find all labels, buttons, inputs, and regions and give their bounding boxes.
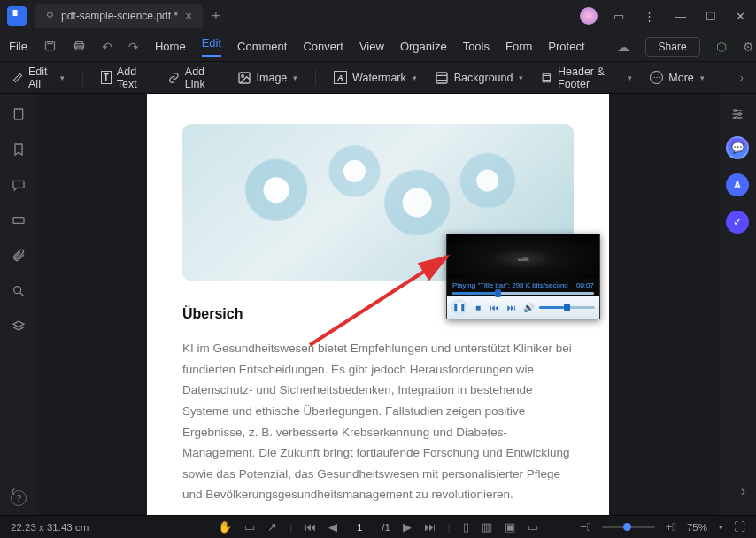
toolbar-extra-2-icon[interactable]: ⚙ (743, 40, 754, 54)
watermark-tool[interactable]: A Watermark▾ (334, 71, 417, 84)
media-volume-icon[interactable]: 🔊 (522, 301, 535, 313)
add-text-label: Add Text (117, 65, 150, 90)
page-number-input[interactable] (350, 522, 369, 533)
media-play-pause-button[interactable]: ❚❚ (451, 299, 467, 315)
comments-icon[interactable] (11, 177, 27, 193)
translate-icon[interactable]: A (726, 173, 749, 196)
select-tool-icon[interactable]: ▭ (244, 520, 255, 534)
last-page-icon[interactable]: ⏭ (424, 520, 436, 534)
image-tool[interactable]: Image▾ (237, 71, 298, 85)
maximize-button[interactable]: ☐ (702, 6, 720, 27)
menu-convert[interactable]: Convert (303, 40, 343, 53)
single-page-view-icon[interactable]: ▯ (463, 520, 469, 534)
media-status-bar: Playing "Title bar": 298 K bits/second 0… (447, 279, 599, 292)
background-tool[interactable]: Background▾ (435, 71, 524, 85)
cloud-icon[interactable]: ☁ (617, 40, 629, 54)
menu-bar: File ↶ ↷ Home Edit Comment Convert View … (0, 32, 756, 62)
embedded-media-player[interactable]: ▂▃ Playing "Title bar": 298 K bits/secon… (446, 234, 600, 319)
status-dimensions: 22.23 x 31.43 cm (11, 522, 89, 533)
attachments-icon[interactable] (11, 248, 27, 264)
image-label: Image (257, 72, 288, 84)
two-page-view-icon[interactable]: ▣ (505, 520, 515, 534)
save-icon[interactable] (43, 39, 57, 55)
left-sidebar (0, 94, 37, 515)
user-avatar[interactable] (580, 7, 598, 25)
menu-organize[interactable]: Organize (400, 40, 447, 53)
menu-tools[interactable]: Tools (463, 40, 490, 53)
svg-rect-8 (13, 218, 24, 224)
menu-file[interactable]: File (9, 40, 27, 53)
hand-tool-icon[interactable]: ✋ (218, 520, 232, 534)
media-video-area: ▂▃ (447, 234, 599, 279)
new-tab-button[interactable]: + (212, 8, 220, 24)
chat-icon[interactable]: ▭ (610, 6, 628, 27)
more-tool[interactable]: ⋯ More▾ (650, 71, 704, 84)
add-link-tool[interactable]: Add Link (168, 65, 219, 90)
pointer-tool-icon[interactable]: ↗ (267, 520, 277, 534)
menu-view[interactable]: View (359, 40, 384, 53)
first-page-icon[interactable]: ⏮ (305, 520, 316, 534)
zoom-value: 75% (687, 522, 707, 533)
window-titlebar: ▘ ⚲ pdf-sample-science.pdf * × + ▭ ⋮ — ☐… (0, 0, 756, 32)
media-controls: ❚❚ ■ ⏮ ⏭ 🔊 (447, 296, 599, 319)
assistant-check-icon[interactable]: ✓ (726, 211, 749, 234)
menu-form[interactable]: Form (505, 40, 532, 53)
next-page-button[interactable]: › (741, 483, 745, 499)
add-text-tool[interactable]: T Add Text (101, 65, 150, 90)
media-stop-button[interactable]: ■ (472, 301, 484, 313)
pin-icon: ⚲ (46, 10, 54, 22)
svg-point-12 (735, 117, 737, 119)
fields-icon[interactable] (11, 212, 27, 228)
media-prev-button[interactable]: ⏮ (489, 301, 501, 313)
bookmarks-icon[interactable] (11, 142, 27, 158)
svg-rect-0 (45, 41, 54, 50)
svg-rect-7 (14, 109, 22, 119)
zoom-in-icon[interactable]: +⃝ (666, 520, 676, 534)
search-icon[interactable] (11, 283, 27, 299)
app-logo-icon: ▘ (7, 6, 27, 26)
media-time: 00:07 (576, 281, 594, 289)
edit-all-label: Edit All (28, 65, 54, 90)
close-tab-icon[interactable]: × (185, 9, 192, 23)
help-button[interactable]: ? (0, 490, 37, 506)
continuous-view-icon[interactable]: ▥ (482, 520, 492, 534)
svg-rect-5 (436, 73, 447, 83)
header-footer-tool[interactable]: Header & Footer▾ (541, 65, 632, 90)
toolbar-extra-1-icon[interactable]: ⬡ (716, 40, 727, 54)
read-mode-icon[interactable]: ▭ (528, 520, 538, 534)
menu-comment[interactable]: Comment (237, 40, 287, 53)
add-link-label: Add Link (185, 65, 220, 90)
thumbnails-icon[interactable] (11, 106, 27, 122)
menu-home[interactable]: Home (155, 40, 186, 53)
media-next-button[interactable]: ⏭ (505, 301, 518, 313)
close-window-button[interactable]: ✕ (732, 6, 749, 27)
share-button[interactable]: Share (645, 37, 700, 57)
status-center-controls: ✋ ▭ ↗ | ⏮ ◀ /1 ▶ ⏭ | ▯ ▥ ▣ ▭ (218, 520, 538, 534)
media-volume-slider[interactable] (539, 306, 595, 309)
menu-protect[interactable]: Protect (548, 40, 584, 53)
zoom-dropdown-icon[interactable]: ▾ (719, 523, 723, 532)
document-body-text: KI im Gesundheitswesen bietet Empfehlung… (182, 338, 574, 505)
layers-icon[interactable] (11, 319, 27, 334)
next-page-icon[interactable]: ▶ (403, 520, 412, 534)
zoom-out-icon[interactable]: −⃝ (580, 520, 590, 534)
minimize-button[interactable]: — (671, 6, 690, 27)
more-label: More (668, 72, 693, 84)
status-bar: 22.23 x 31.43 cm ✋ ▭ ↗ | ⏮ ◀ /1 ▶ ⏭ | ▯ … (0, 515, 756, 538)
toolbar-overflow-icon[interactable]: › (740, 72, 744, 84)
background-label: Background (454, 72, 513, 84)
watermark-label: Watermark (352, 72, 406, 84)
menu-edit[interactable]: Edit (202, 36, 221, 57)
document-tab[interactable]: ⚲ pdf-sample-science.pdf * × (35, 4, 203, 28)
ai-chat-icon[interactable]: 💬 (726, 136, 749, 159)
document-viewport[interactable]: Übersich KI im Gesundheitswesen bietet E… (37, 94, 719, 515)
fullscreen-icon[interactable]: ⛶ (734, 520, 745, 534)
prev-page-icon[interactable]: ◀ (328, 520, 337, 534)
more-titlebar-icon[interactable]: ⋮ (640, 6, 659, 27)
undo-icon[interactable]: ↶ (102, 40, 112, 54)
zoom-slider[interactable] (602, 526, 655, 528)
print-icon[interactable] (73, 39, 86, 55)
settings-panel-icon[interactable] (729, 106, 745, 122)
redo-icon[interactable]: ↷ (128, 40, 139, 54)
edit-all-tool[interactable]: Edit All▾ (12, 65, 65, 90)
